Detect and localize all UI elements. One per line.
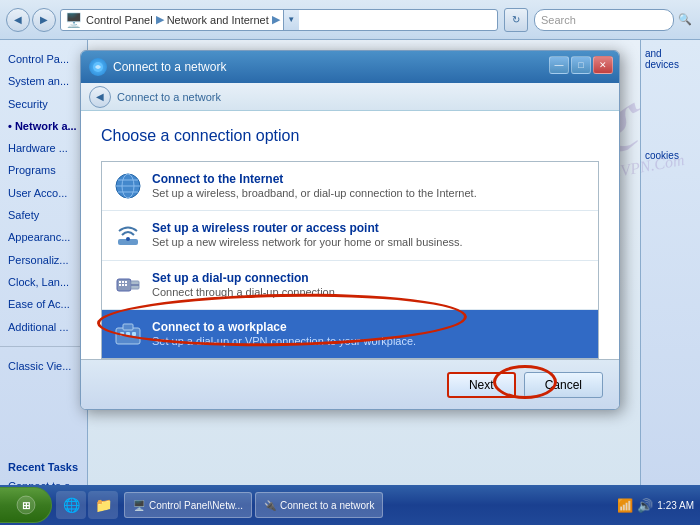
- sidebar-item-appearance[interactable]: Appearanc...: [0, 226, 87, 248]
- sidebar-item-programs[interactable]: Programs: [0, 159, 87, 181]
- sidebar-item-hardware[interactable]: Hardware ...: [0, 137, 87, 159]
- address-part1: Control Panel: [86, 14, 153, 26]
- right-text2: cookies: [645, 150, 696, 161]
- right-panel: and devices cookies: [640, 40, 700, 485]
- workplace-title: Connect to a workplace: [152, 320, 586, 334]
- svg-rect-11: [119, 281, 121, 283]
- address-sep1: ▶: [156, 13, 164, 26]
- dialog-nav-bar: ◀ Connect to a network: [81, 83, 619, 111]
- dialog-titlebar: Connect to a network — □ ✕: [81, 51, 619, 83]
- tray-clock[interactable]: 1:23 AM: [657, 499, 694, 512]
- workplace-text: Connect to a workplace Set up a dial-up …: [152, 320, 586, 348]
- workplace-icon: [114, 320, 142, 348]
- sidebar-recent-task-1[interactable]: Connect to a network: [0, 475, 87, 485]
- taskbar-tasks: 🖥️ Control Panel\Netw... 🔌 Connect to a …: [124, 492, 611, 518]
- svg-text:⊞: ⊞: [22, 500, 30, 511]
- search-icon[interactable]: 🔍: [676, 11, 694, 29]
- task-icon-1: 🖥️: [133, 500, 145, 511]
- tray-volume-icon[interactable]: 🔊: [637, 498, 653, 513]
- wireless-title: Set up a wireless router or access point: [152, 221, 586, 235]
- internet-icon: [114, 172, 142, 200]
- back-button[interactable]: ◀: [6, 8, 30, 32]
- svg-rect-19: [126, 332, 130, 336]
- start-button[interactable]: ⊞: [0, 487, 52, 523]
- sidebar-item-clock[interactable]: Clock, Lan...: [0, 271, 87, 293]
- sidebar-classic-view[interactable]: Classic Vie...: [0, 355, 87, 377]
- taskbar: ⊞ 🌐 📁 🖥️ Control Panel\Netw... 🔌 Connect…: [0, 485, 700, 525]
- svg-rect-15: [122, 284, 124, 286]
- nav-buttons: ◀ ▶: [6, 8, 56, 32]
- dialup-icon: [114, 271, 142, 299]
- taskbar-quick-launch: 🌐 📁: [56, 491, 118, 519]
- sidebar-item-security[interactable]: Security: [0, 93, 87, 115]
- svg-rect-21: [123, 324, 133, 330]
- connection-options: Connect to the Internet Set up a wireles…: [101, 161, 599, 359]
- taskbar-ie-icon[interactable]: 🌐: [56, 491, 86, 519]
- svg-rect-18: [120, 332, 124, 336]
- svg-rect-20: [132, 332, 136, 336]
- workplace-desc: Set up a dial-up or VPN connection to yo…: [152, 334, 586, 348]
- right-text1: and devices: [645, 48, 696, 70]
- dialog-close-btn[interactable]: ✕: [593, 56, 613, 74]
- dialog-title-icon: [89, 58, 107, 76]
- address-bar[interactable]: 🖥️ Control Panel ▶ Network and Internet …: [60, 9, 498, 31]
- explorer-bar: ◀ ▶ 🖥️ Control Panel ▶ Network and Inter…: [0, 0, 700, 40]
- dialup-title: Set up a dial-up connection: [152, 271, 586, 285]
- svg-rect-13: [125, 281, 127, 283]
- connect-dialog: Connect to a network — □ ✕ ◀ Connect to …: [80, 50, 620, 410]
- option-workplace[interactable]: Connect to a workplace Set up a dial-up …: [102, 310, 598, 358]
- sidebar-item-system[interactable]: System an...: [0, 70, 87, 92]
- address-part2: Network and Internet: [167, 14, 269, 26]
- dialog-maximize-btn[interactable]: □: [571, 56, 591, 74]
- sidebar-item-network[interactable]: Network a...: [0, 115, 87, 137]
- sidebar-item-additional[interactable]: Additional ...: [0, 316, 87, 338]
- address-dropdown[interactable]: ▼: [283, 9, 299, 31]
- taskbar-task-controlpanel[interactable]: 🖥️ Control Panel\Netw...: [124, 492, 252, 518]
- dialog-content: Choose a connection option: [81, 111, 619, 359]
- search-placeholder: Search: [541, 14, 576, 26]
- sidebar-item-controlpanel[interactable]: Control Pa...: [0, 48, 87, 70]
- dialog-window-controls: — □ ✕: [549, 56, 613, 74]
- dialog-minimize-btn[interactable]: —: [549, 56, 569, 74]
- dialog-back-btn[interactable]: ◀: [89, 86, 111, 108]
- wireless-text: Set up a wireless router or access point…: [152, 221, 586, 249]
- task-label-1: Control Panel\Netw...: [149, 500, 243, 511]
- svg-rect-14: [119, 284, 121, 286]
- taskbar-task-connect[interactable]: 🔌 Connect to a network: [255, 492, 384, 518]
- recent-tasks-label: Recent Tasks: [0, 457, 87, 475]
- sidebar-item-personalize[interactable]: Personaliz...: [0, 249, 87, 271]
- svg-rect-16: [125, 284, 127, 286]
- address-sep2: ▶: [272, 13, 280, 26]
- dialog-footer: Next Cancel: [81, 359, 619, 409]
- option-dialup[interactable]: Set up a dial-up connection Connect thro…: [102, 261, 598, 310]
- address-icon: 🖥️: [65, 12, 82, 28]
- tray-network-icon[interactable]: 📶: [617, 498, 633, 513]
- cancel-button[interactable]: Cancel: [524, 372, 603, 398]
- dialog-heading: Choose a connection option: [101, 127, 599, 145]
- sidebar: Control Pa... System an... Security Netw…: [0, 40, 88, 485]
- svg-point-7: [126, 237, 130, 241]
- sidebar-item-safety[interactable]: Safety: [0, 204, 87, 226]
- task-label-2: Connect to a network: [280, 500, 375, 511]
- refresh-button[interactable]: ↻: [504, 8, 528, 32]
- dialog-breadcrumb: Connect to a network: [117, 91, 221, 103]
- forward-button[interactable]: ▶: [32, 8, 56, 32]
- task-icon-2: 🔌: [264, 500, 276, 511]
- taskbar-folder-icon[interactable]: 📁: [88, 491, 118, 519]
- svg-rect-12: [122, 281, 124, 283]
- wireless-desc: Set up a new wireless network for your h…: [152, 235, 586, 249]
- desktop: ◀ ▶ 🖥️ Control Panel ▶ Network and Inter…: [0, 0, 700, 525]
- taskbar-tray: 📶 🔊 1:23 AM: [611, 498, 700, 513]
- sidebar-item-useraccount[interactable]: User Acco...: [0, 182, 87, 204]
- option-wireless[interactable]: Set up a wireless router or access point…: [102, 211, 598, 260]
- dialup-text: Set up a dial-up connection Connect thro…: [152, 271, 586, 299]
- option-internet[interactable]: Connect to the Internet Set up a wireles…: [102, 162, 598, 211]
- dialog-title-text: Connect to a network: [113, 60, 226, 74]
- next-button[interactable]: Next: [447, 372, 516, 398]
- search-bar[interactable]: Search: [534, 9, 674, 31]
- sidebar-item-ease[interactable]: Ease of Ac...: [0, 293, 87, 315]
- dialup-desc: Connect through a dial-up connection.: [152, 285, 586, 299]
- internet-desc: Set up a wireless, broadband, or dial-up…: [152, 186, 586, 200]
- wireless-icon: [114, 221, 142, 249]
- internet-title: Connect to the Internet: [152, 172, 586, 186]
